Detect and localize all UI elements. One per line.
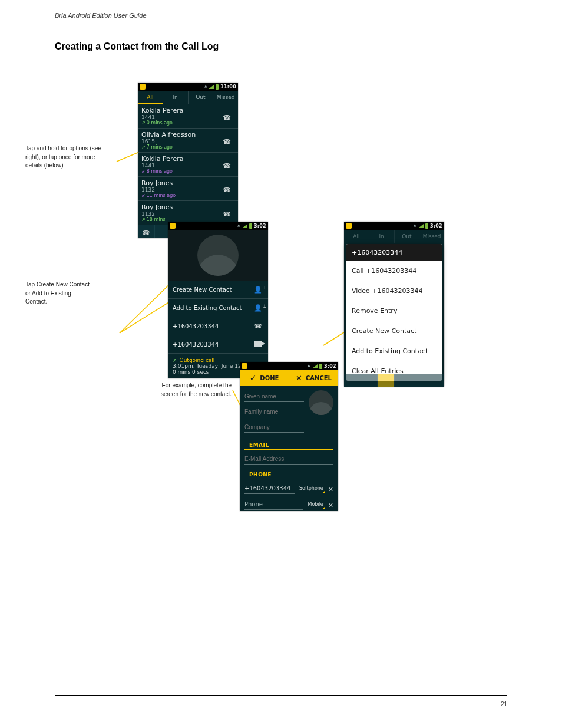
rule-top [55, 25, 507, 25]
clock: 3:02 [254, 223, 266, 229]
given-name-field[interactable] [244, 390, 304, 402]
app-icon [170, 223, 176, 229]
call-button[interactable] [219, 205, 234, 221]
rule-bottom [55, 695, 507, 696]
label: Create New Contact [173, 286, 232, 293]
annot-3: For example, complete thescreen for the … [143, 381, 232, 398]
check-icon [250, 373, 257, 383]
log-entry[interactable]: Roy Jones1132↙11 mins ago [138, 177, 238, 201]
menu-video[interactable]: Video +16043203344 [346, 281, 442, 301]
tab-all[interactable]: All [138, 91, 163, 104]
phone-value[interactable]: +16043203344 [244, 483, 295, 494]
screen-entry-detail: 3:02 Create New Contact Add to Existing … [168, 222, 268, 378]
menu-call[interactable]: Call +16043203344 [346, 261, 442, 281]
phone-icon [223, 207, 231, 219]
wifi-icon [204, 84, 207, 90]
menu-remove[interactable]: Remove Entry [346, 301, 442, 321]
status-bar: 3:02 [168, 222, 268, 230]
avatar[interactable] [309, 390, 333, 415]
menu-create-contact[interactable]: Create New Contact [346, 321, 442, 341]
entry-number: 1441 [141, 114, 219, 120]
done-button[interactable]: DONE [240, 370, 289, 386]
annot-1: Tap and hold for options (seeright), or … [25, 144, 114, 170]
header-left: Bria Android Edition User Guide [55, 12, 147, 19]
log-entry[interactable]: Kokila Perera1441↗0 mins ago [138, 104, 238, 129]
phone-row-1: +16043203344 Softphone [240, 479, 338, 495]
call-type: Outgoing call [180, 357, 215, 363]
row-call-number[interactable]: +16043203344 [168, 317, 268, 335]
remove-phone-icon[interactable] [328, 483, 333, 494]
clock: 3:02 [430, 223, 442, 229]
menu-add-existing[interactable]: Add to Existing Contact [346, 341, 442, 361]
call-button[interactable] [219, 108, 234, 124]
call-button[interactable] [219, 156, 234, 173]
entry-name: Kokila Perera [141, 155, 219, 163]
email-field[interactable] [244, 453, 333, 465]
entry-name: Kokila Perera [141, 107, 219, 114]
tab-out[interactable]: Out [189, 91, 214, 104]
company-field[interactable] [244, 421, 304, 433]
entry-ago: ↙11 mins ago [141, 193, 219, 198]
entry-name: Olivia Alfredsson [141, 131, 219, 139]
entry-number: 1441 [141, 163, 219, 169]
entry-name: Roy Jones [141, 203, 219, 211]
screen-call-log: 11:00 All In Out Missed Kokila Perera144… [138, 83, 238, 238]
out-arrow-icon: ↗ [173, 358, 177, 363]
phone-icon [223, 159, 231, 170]
call-button[interactable] [219, 180, 234, 197]
label: +16043203344 [173, 341, 219, 348]
row-add-existing[interactable]: Add to Existing Contact [168, 299, 268, 317]
signal-icon [242, 224, 247, 228]
tab-missed[interactable]: Missed [213, 91, 238, 104]
clock: 3:02 [324, 364, 336, 369]
log-entry[interactable]: Olivia Alfredsson1615↗7 mins ago [138, 129, 238, 153]
tab-in[interactable]: In [163, 91, 189, 104]
log-entry[interactable]: Kokila Perera1441↙8 mins ago [138, 153, 238, 177]
phone-type[interactable]: Softphone [298, 483, 325, 493]
wifi-icon [414, 223, 416, 229]
screen-context-menu: 3:02 All In Out Missed +16043203344 Call… [344, 222, 444, 387]
phone-value[interactable]: Phone [244, 499, 303, 510]
app-icon [140, 84, 146, 90]
nav-dialer[interactable] [138, 225, 155, 238]
entry-ago: ↙8 mins ago [141, 169, 219, 174]
popup-header: +16043203344 [346, 244, 442, 261]
bottom-bar [344, 374, 444, 387]
entry-name: Roy Jones [141, 179, 219, 187]
remove-phone-icon[interactable] [328, 499, 333, 510]
row-create-contact[interactable]: Create New Contact [168, 281, 268, 299]
annot-2: Tap Create New Contactor Add to Existing… [25, 281, 114, 307]
phone-row-2: Phone Mobile [240, 495, 338, 511]
entry-number: 1132 [141, 211, 219, 217]
battery-icon [249, 223, 252, 229]
call-button[interactable] [219, 132, 234, 149]
status-bar: 3:02 [344, 222, 444, 230]
phone-icon [223, 135, 231, 146]
entry-number: 1615 [141, 139, 219, 144]
avatar [197, 235, 239, 276]
tab-all: All [344, 230, 369, 243]
nav-b4 [395, 374, 412, 387]
tab-out: Out [395, 230, 420, 243]
phone-type[interactable]: Mobile [307, 499, 325, 509]
app-icon [346, 223, 352, 229]
row-video-number[interactable]: +16043203344 [168, 335, 268, 354]
entry-ago: ↗0 mins ago [141, 120, 219, 126]
nav-b2 [361, 374, 378, 387]
label: +16043203344 [173, 323, 219, 330]
footer-right: 21 [501, 701, 507, 707]
status-bar: 11:00 [138, 83, 238, 91]
family-name-field[interactable] [244, 406, 304, 417]
battery-icon [319, 364, 322, 369]
entry-ago: ↗7 mins ago [141, 144, 219, 150]
label: DONE [260, 375, 279, 381]
svg-line-2 [120, 302, 170, 333]
signal-icon [312, 364, 318, 368]
page-title: Creating a Contact from the Call Log [55, 41, 219, 52]
nav-b3 [378, 374, 395, 387]
screen-new-contact: 3:02 DONE CANCEL EMAIL PHONE +1604320334… [240, 362, 338, 511]
nav-b5 [411, 374, 428, 387]
cancel-button[interactable]: CANCEL [289, 370, 338, 386]
battery-icon [425, 223, 428, 229]
label: CANCEL [306, 375, 332, 381]
